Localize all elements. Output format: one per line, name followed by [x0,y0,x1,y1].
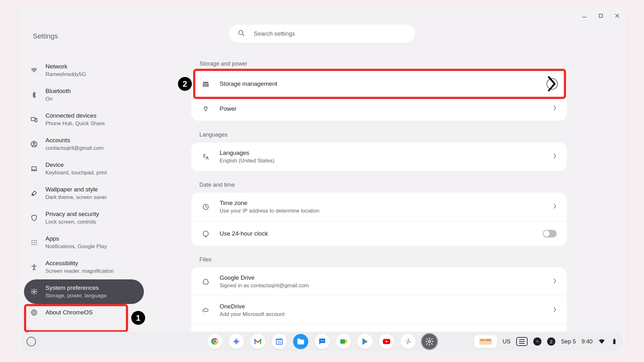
svg-point-24 [33,291,35,293]
shelf-app-youtube[interactable] [379,334,394,349]
row-time-zone[interactable]: Time zone Use your IP address to determi… [191,193,567,221]
sidebar-item-accounts[interactable]: Accounts contactsqiril@gmail.com [24,132,144,156]
row-sub: English (United States) [220,158,544,164]
brush-icon [30,189,38,198]
chevron-right-icon [547,78,558,90]
row-power[interactable]: Power [191,96,567,121]
shelf-app-meet[interactable] [336,334,351,349]
onedrive-icon [201,306,210,315]
svg-point-16 [36,240,37,241]
sidebar-item-apps[interactable]: Apps Notifications, Google Play [24,230,144,255]
sidebar-item-device[interactable]: Device Keyboard, touchpad, print [24,156,144,181]
svg-rect-58 [614,339,615,340]
sidebar-item-label: About ChromeOS [45,309,93,316]
shelf-app-photos[interactable] [400,334,416,349]
sidebar-item-label: Device [45,161,107,168]
sidebar-item-about[interactable]: About ChromeOS [24,304,144,319]
svg-point-6 [34,72,34,72]
row-google-drive[interactable]: Google Drive Signed in as contactsqiril@… [191,267,567,296]
sidebar-item-network[interactable]: Network Rameshreddy5G [24,58,144,83]
card-date-time: Time zone Use your IP address to determi… [191,193,567,246]
sidebar-item-system-preferences[interactable]: System preferences Storage, power, langu… [24,279,144,304]
svg-point-26 [33,311,35,313]
sidebar-item-accessibility[interactable]: Accessibility Screen reader, magnificati… [24,255,144,279]
ime-indicator[interactable]: US [503,338,511,345]
shelf-app-gmail[interactable] [250,334,265,349]
account-icon [30,140,38,149]
shield-icon [30,213,38,222]
sidebar-item-sub: Lock screen, controls [45,219,99,225]
launcher-button[interactable] [27,337,36,346]
search-input[interactable] [254,30,406,37]
section-title-storage-power: Storage and power [199,61,567,67]
row-24h-clock[interactable]: Use 24-hour clock [191,221,567,246]
wifi-status-icon[interactable] [598,338,605,345]
svg-rect-54 [479,338,492,345]
row-label: OneDrive [220,303,544,310]
bluetooth-icon [30,90,38,99]
row-onedrive[interactable]: OneDrive Add your Microsoft account [191,296,567,324]
shelf-app-messages[interactable] [315,334,330,349]
sidebar-item-label: Wallpaper and style [45,186,107,193]
svg-point-44 [323,340,324,341]
row-label: Languages [220,149,544,156]
app-title: Settings [33,32,58,40]
sidebar-item-label: Connected devices [45,112,105,119]
sidebar-item-connected-devices[interactable]: Connected devices Phone Hub, Quick Share [24,107,144,132]
row-label: Storage management [220,80,557,87]
status-date[interactable]: Sep 5 [561,338,576,345]
accessibility-icon [30,263,38,272]
storage-icon [201,79,210,88]
card-storage-power: Storage management Power [191,72,567,121]
svg-point-43 [322,340,323,341]
sidebar-item-sub: On [45,96,71,102]
svg-rect-57 [613,340,615,344]
chevron-right-icon [553,307,557,314]
svg-rect-27 [203,82,209,83]
svg-point-42 [321,340,322,341]
svg-point-17 [32,242,32,243]
svg-point-18 [34,242,35,243]
svg-point-20 [32,244,32,245]
maximize-button[interactable] [597,12,605,20]
24h-toggle[interactable] [543,230,557,237]
sidebar-item-bluetooth[interactable]: Bluetooth On [24,83,144,107]
battery-status-icon[interactable] [611,338,618,345]
section-title-date-time: Date and time [199,182,567,188]
devices-icon [30,115,38,124]
sidebar-item-privacy[interactable]: Privacy and security Lock screen, contro… [24,206,144,230]
holding-space-tray[interactable] [474,335,497,348]
status-time[interactable]: 9:40 [582,338,593,345]
status-area[interactable]: US 2 Sep 5 9:40 [474,335,618,348]
shelf-app-calendar[interactable]: 31 [272,334,287,349]
svg-rect-56 [486,339,491,341]
sidebar-item-label: System preferences [45,284,107,291]
svg-marker-48 [363,338,366,345]
shelf-app-settings[interactable] [422,334,437,349]
sidebar-item-sub: Storage, power, language [45,293,107,299]
chevron-right-icon [553,204,557,210]
sidebar-item-label: Privacy and security [45,211,99,218]
svg-rect-11 [32,167,37,170]
chrome-logo-icon [30,308,38,317]
shelf-app-chrome[interactable] [207,334,222,349]
row-languages[interactable]: Languages English (United States) [191,143,567,171]
close-button[interactable] [613,12,621,20]
notification-count[interactable]: 2 [547,337,555,346]
svg-rect-28 [203,84,209,85]
svg-rect-55 [480,339,484,341]
drive-icon [201,277,210,286]
update-indicator[interactable] [533,337,541,346]
minimize-button[interactable] [581,12,588,20]
sidebar-item-wallpaper[interactable]: Wallpaper and style Dark theme, screen s… [24,181,144,206]
sidebar-item-sub: contactsqiril@gmail.com [45,145,103,151]
24h-icon [201,229,210,238]
shelf-app-files[interactable] [293,334,308,349]
row-label: Use 24-hour clock [220,230,533,237]
shelf-app-play-store[interactable] [357,334,373,349]
shelf-app-gemini[interactable] [229,334,244,349]
sidebar-item-label: Network [45,63,86,70]
row-storage-management[interactable]: Storage management [191,72,567,96]
virtual-keyboard-button[interactable] [516,337,528,346]
wifi-icon [30,66,38,75]
